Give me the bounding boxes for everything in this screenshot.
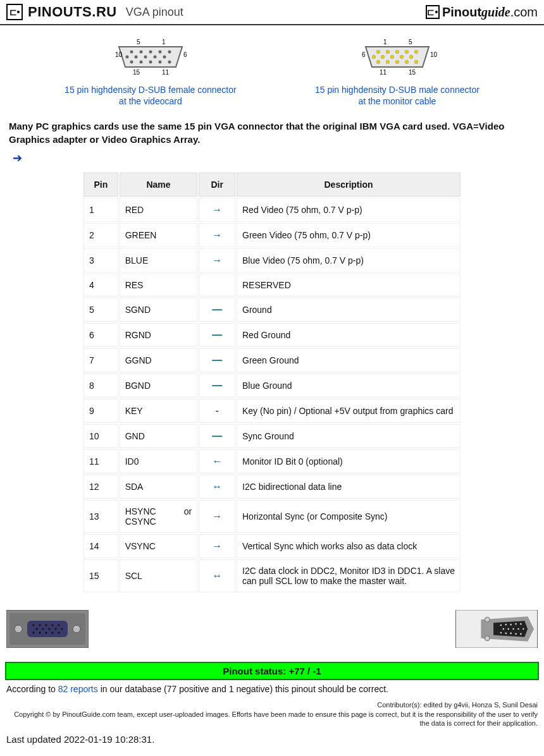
contributors: Contributor(s): edited by g4vii, Honza S… [6, 700, 538, 709]
header: ⊏• PINOUTS.RU VGA pinout ⊏• Pinoutguide.… [0, 0, 544, 25]
svg-point-57 [500, 625, 502, 626]
table-row: 3BLUE→Blue Video (75 ohm, 0.7 V p-p) [83, 248, 461, 272]
logo-right[interactable]: ⊏• Pinoutguide.com [426, 5, 538, 20]
cell-pin: 10 [83, 424, 118, 448]
svg-point-67 [500, 632, 502, 634]
svg-point-35 [15, 625, 22, 633]
table-row: 14VSYNC→Vertical Sync which works also a… [83, 534, 461, 558]
logo-right-text: Pinoutguide.com [442, 5, 538, 20]
svg-point-20 [395, 50, 399, 54]
table-row: 1RED→Red Video (75 ohm, 0.7 V p-p) [83, 198, 461, 222]
cell-pin: 6 [83, 323, 118, 347]
col-pin: Pin [83, 173, 118, 197]
table-row: 8BGND—Blue Ground [83, 374, 461, 398]
svg-point-32 [414, 60, 418, 64]
svg-point-41 [58, 625, 59, 626]
svg-point-39 [45, 625, 47, 626]
pinout-table-wrap: Pin Name Dir Description 1RED→Red Video … [0, 171, 544, 606]
pin-label-1: 1 [162, 39, 166, 46]
table-header-row: Pin Name Dir Description [83, 173, 461, 197]
copyright: Copyright © by PinoutGuide.com team, exc… [6, 710, 538, 728]
pin-label-11: 11 [380, 69, 387, 76]
svg-point-2 [139, 51, 142, 54]
direction-icon: - [199, 399, 235, 423]
cell-name: SGND [120, 298, 198, 322]
direction-icon: — [199, 298, 235, 322]
svg-point-56 [485, 636, 490, 641]
vga-female-photo[interactable] [6, 610, 89, 648]
svg-point-16 [168, 61, 171, 64]
male-connector-svg: 1 5 6 10 11 15 [315, 38, 479, 80]
pin-label-6: 6 [183, 51, 187, 58]
cell-name: GREEN [120, 223, 198, 247]
col-desc: Description [237, 173, 461, 197]
col-name: Name [120, 173, 198, 197]
cell-name: GND [120, 424, 198, 448]
female-connector-svg: 5 1 10 6 15 11 [65, 38, 237, 80]
table-row: 4RESRESERVED [83, 274, 461, 296]
svg-point-70 [515, 633, 517, 635]
cell-name: BLUE [120, 248, 198, 272]
cell-desc: Blue Video (75 ohm, 0.7 V p-p) [237, 248, 461, 272]
svg-point-43 [42, 628, 44, 630]
cell-name: SDA [120, 475, 198, 499]
svg-point-71 [520, 633, 522, 635]
female-connector[interactable]: 5 1 10 6 15 11 15 pin highdensity D-SUB … [65, 38, 237, 107]
table-row: 6RGND—Red Ground [83, 323, 461, 347]
pinout-status: Pinout status: +77 / -1 [5, 662, 539, 680]
cell-desc: Green Ground [237, 348, 461, 372]
svg-point-38 [39, 625, 40, 626]
cell-desc: Red Video (75 ohm, 0.7 V p-p) [237, 198, 461, 222]
male-caption[interactable]: 15 pin highdensity D-SUB male connector … [315, 84, 479, 107]
svg-point-68 [505, 633, 507, 635]
svg-point-24 [381, 55, 385, 59]
svg-point-5 [168, 51, 171, 54]
reports-line: According to 82 reports in our database … [0, 680, 544, 698]
svg-point-60 [515, 623, 517, 625]
cell-desc: Red Ground [237, 323, 461, 347]
female-caption[interactable]: 15 pin highdensity D-SUB female connecto… [65, 84, 237, 107]
pin-label-11: 11 [162, 69, 170, 76]
intro: Many PC graphics cards use the same 15 p… [0, 113, 544, 149]
svg-point-26 [400, 55, 404, 59]
pin-label-15: 15 [133, 69, 140, 76]
svg-point-61 [520, 623, 522, 625]
svg-point-25 [390, 55, 394, 59]
svg-point-27 [409, 55, 413, 59]
svg-point-44 [48, 628, 50, 630]
vga-male-photo[interactable] [455, 610, 538, 648]
cell-pin: 2 [83, 223, 118, 247]
direction-icon: — [199, 374, 235, 398]
svg-point-63 [507, 628, 509, 630]
cell-pin: 12 [83, 475, 118, 499]
pin-label-5: 5 [137, 39, 140, 46]
reports-link[interactable]: 82 reports [58, 684, 98, 694]
pin-label-5: 5 [409, 39, 412, 46]
table-row: 2GREEN→Green Video (75 ohm, 0.7 V p-p) [83, 223, 461, 247]
pin-label-1: 1 [383, 39, 387, 46]
table-row: 10GND—Sync Ground [83, 424, 461, 448]
direction-icon: → [199, 534, 235, 558]
page-title: VGA pinout [126, 6, 183, 19]
svg-point-49 [45, 632, 47, 634]
direction-icon: → [199, 248, 235, 272]
table-row: 13HSYNC or CSYNC→Horizontal Sync (or Com… [83, 500, 461, 533]
svg-point-50 [51, 632, 53, 634]
cell-name: RES [120, 274, 198, 296]
svg-point-3 [149, 51, 152, 54]
svg-point-9 [163, 56, 166, 59]
table-row: 11ID0←Monitor ID Bit 0 (optional) [83, 449, 461, 473]
svg-point-22 [414, 50, 418, 54]
male-connector[interactable]: 1 5 6 10 11 15 15 pin highdensity D-SUB … [315, 38, 479, 107]
svg-point-14 [149, 61, 152, 64]
svg-point-62 [503, 628, 505, 630]
cell-desc: Monitor ID Bit 0 (optional) [237, 449, 461, 473]
table-row: 7GGND—Green Ground [83, 348, 461, 372]
svg-point-55 [485, 618, 490, 623]
pinout-table: Pin Name Dir Description 1RED→Red Video … [82, 171, 462, 594]
logo-left[interactable]: ⊏• PINOUTS.RU VGA pinout [6, 4, 183, 20]
svg-point-1 [130, 51, 133, 54]
cell-desc: Blue Ground [237, 374, 461, 398]
cell-pin: 13 [83, 500, 118, 533]
cell-pin: 8 [83, 374, 118, 398]
